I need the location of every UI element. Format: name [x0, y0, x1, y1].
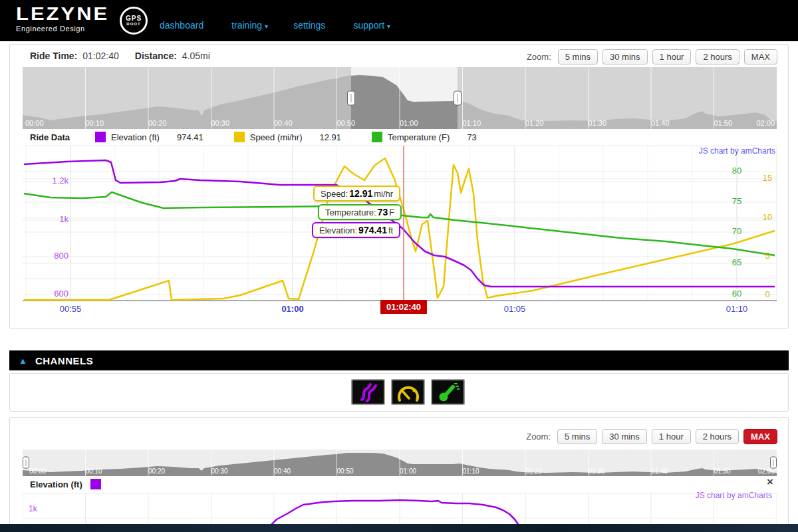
overview-tick-label: 02:00	[756, 119, 775, 127]
channels-header-bar[interactable]: ▲ CHANNELS	[9, 350, 789, 370]
overview-tick-label: 01:00	[400, 119, 418, 127]
top-navbar: LEZYNE Engineered Design GPS ROOT dashbo…	[0, 0, 798, 41]
speed-channel-button[interactable]	[391, 379, 425, 405]
zoom-controls-bottom: Zoom: 5 mins 30 mins 1 hour 2 hours MAX	[526, 429, 777, 444]
horizontal-gridlines	[23, 146, 777, 295]
zoom-1hour-button[interactable]: 1 hour	[652, 49, 692, 65]
overview-scrollbar-chart[interactable]: 00:00 00:10 00:20 00:30 00:40 00:50 01:0…	[23, 67, 777, 129]
elevation-axis-tick: 1k	[29, 504, 38, 513]
zoom-30min-button[interactable]: 30 mins	[602, 49, 648, 65]
zoom-controls-top: Zoom: 5 mins 30 mins 1 hour 2 hours MAX	[527, 49, 777, 65]
legend-value: 73	[467, 132, 476, 142]
overview-tick-label: 01:50	[714, 467, 731, 475]
zoom-max-button[interactable]: MAX	[744, 49, 777, 65]
vertical-gridlines	[23, 493, 777, 525]
elevation-axis-tick: 1.2k	[52, 176, 68, 186]
ride-time-value: 01:02:40	[82, 51, 119, 61]
lezyne-logo[interactable]: LEZYNE Engineered Design	[16, 4, 109, 33]
badge-gps-text: GPS	[126, 15, 142, 22]
overview-scrollbar-chart-bottom[interactable]: 00:00 00:10 00:20 00:30 00:40 00:50 01:0…	[23, 450, 777, 476]
logo-tagline: Engineered Design	[16, 25, 109, 33]
legend-item-speed[interactable]: Speed (mi/hr) 12.91	[234, 132, 341, 142]
nav-dashboard[interactable]: dashboard	[160, 20, 206, 31]
elevation-color-swatch[interactable]	[90, 479, 101, 489]
overview-tick-label: 00:50	[337, 119, 356, 127]
zoom-2hours-button[interactable]: 2 hours	[696, 429, 739, 444]
selection-handle-right[interactable]	[454, 91, 462, 105]
overview-tick-label: 00:10	[86, 467, 102, 475]
overview-tick-label: 01:30	[589, 467, 605, 475]
badge-root-text: ROOT	[126, 22, 140, 27]
gps-root-badge-icon: GPS ROOT	[120, 7, 148, 35]
speed-axis-tick: 15	[763, 173, 772, 183]
ride-time-label: Ride Time:	[30, 51, 77, 61]
zoom-1hour-button[interactable]: 1 hour	[652, 429, 691, 444]
elevation-series-line	[270, 500, 519, 525]
legend-item-temperature[interactable]: Temperature (F) 73	[372, 132, 477, 142]
overview-tick-label: 01:40	[651, 467, 668, 475]
x-axis-label: 00:55	[60, 304, 82, 314]
ride-data-legend: Ride Data Elevation (ft) 974.41 Speed (m…	[30, 132, 507, 142]
legend-label: Speed (mi/hr)	[250, 132, 303, 142]
elevation-channel-chart[interactable]: 1k	[23, 493, 777, 525]
overview-tick-label: 00:20	[148, 119, 167, 127]
overview-tick-label: 01:50	[714, 119, 733, 127]
legend-item-elevation[interactable]: Elevation (ft) 974.41	[95, 132, 203, 142]
zoom-max-button-active[interactable]: MAX	[743, 429, 777, 444]
overview-tick-label: 00:40	[274, 467, 291, 475]
logo-wordmark: LEZYNE	[16, 5, 109, 23]
temperature-axis-tick: 80	[732, 166, 741, 176]
selection-handle-left[interactable]	[348, 91, 355, 105]
collapse-triangle-icon[interactable]: ▲	[19, 356, 27, 366]
nav-links: dashboard training▾ settings support▾	[160, 0, 390, 41]
temperature-color-swatch	[372, 132, 382, 142]
overview-tick-label: 01:10	[463, 119, 481, 127]
legend-label: Elevation (ft)	[30, 479, 82, 489]
overview-tick-label: 00:40	[274, 119, 293, 127]
overview-tick-label: 01:10	[463, 467, 479, 475]
elevation-color-swatch	[95, 132, 106, 142]
overview-tick-label: 00:30	[211, 119, 230, 127]
footer-photo-strip	[0, 524, 798, 532]
selection-handle-right[interactable]	[771, 457, 777, 468]
elevation-axis-tick: 1k	[59, 214, 68, 224]
zoom-2hours-button[interactable]: 2 hours	[696, 49, 739, 65]
zoom-5min-button[interactable]: 5 mins	[557, 429, 597, 444]
overview-tick-label: 00:30	[211, 467, 228, 475]
nav-training[interactable]: training▾	[231, 20, 268, 31]
nav-settings[interactable]: settings	[293, 20, 328, 31]
elevation-channel-button[interactable]	[351, 379, 385, 405]
close-icon[interactable]: ×	[767, 476, 773, 487]
legend-label: Elevation (ft)	[111, 132, 160, 142]
thermometer-icon	[436, 382, 461, 402]
chevron-down-icon: ▾	[265, 23, 268, 30]
legend-value: 12.91	[319, 132, 341, 142]
overview-tick-label: 00:00	[29, 467, 46, 475]
overview-tick-label: 01:00	[400, 467, 416, 475]
main-ride-chart[interactable]: 1.2k 1k 800 600 80 75 70 65 60 15 10 5 0…	[23, 144, 777, 319]
legend-label: Temperature (F)	[388, 132, 450, 142]
zoom-5min-button[interactable]: 5 mins	[558, 49, 598, 65]
distance-label: Distance:	[135, 51, 177, 61]
speed-axis-tick: 10	[763, 212, 772, 222]
speedometer-icon	[396, 382, 421, 402]
zoom-label: Zoom:	[527, 52, 551, 62]
ride-chart-panel: Ride Time: 01:02:40 Distance: 4.05mi Zoo…	[9, 44, 789, 329]
speed-color-swatch	[234, 132, 245, 142]
nav-support[interactable]: support▾	[353, 20, 390, 31]
elevation-waves-icon	[356, 382, 381, 402]
elevation-axis-tick: 600	[54, 289, 68, 299]
x-axis-label: 01:10	[726, 304, 748, 314]
temperature-channel-button[interactable]	[431, 379, 465, 405]
channels-panel	[9, 373, 789, 412]
elevation-channel-panel: Zoom: 5 mins 30 mins 1 hour 2 hours MAX …	[9, 417, 789, 532]
zoom-30min-button[interactable]: 30 mins	[602, 429, 647, 444]
elevation-tooltip: Elevation:974.41ft	[312, 222, 400, 238]
distance-value: 4.05mi	[182, 51, 210, 61]
temperature-axis-tick: 60	[732, 289, 741, 299]
overview-tick-label: 00:00	[25, 119, 44, 127]
overview-tick-label: 00:50	[337, 467, 354, 475]
selection-handle-left[interactable]	[23, 457, 29, 468]
legend-title: Ride Data	[30, 132, 70, 142]
amcharts-watermark[interactable]: JS chart by amCharts	[699, 146, 775, 156]
